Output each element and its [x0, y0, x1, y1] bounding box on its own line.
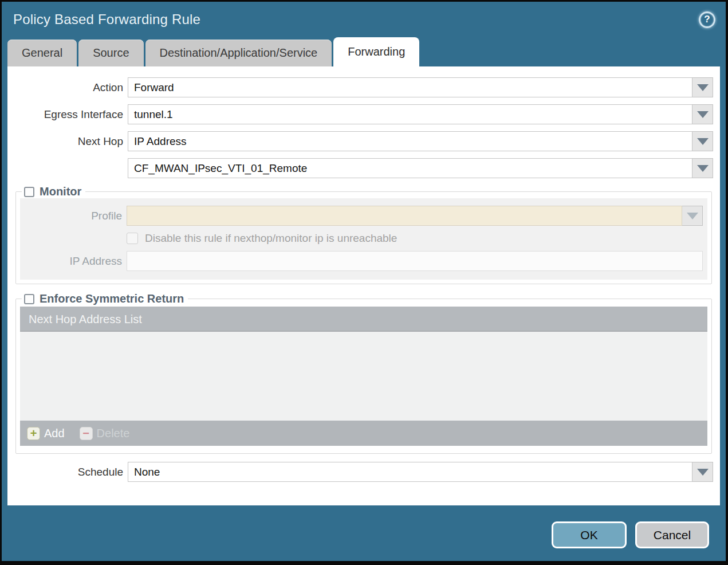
symmetric-return-group: Enforce Symmetric Return Next Hop Addres… — [15, 292, 712, 454]
table-header: Next Hop Address List — [20, 307, 707, 332]
page-title: Policy Based Forwarding Rule — [13, 11, 200, 28]
monitor-ip-address-label: IP Address — [20, 255, 122, 268]
symmetric-return-checkbox[interactable] — [24, 294, 34, 304]
tab-strip: General Source Destination/Application/S… — [2, 37, 726, 66]
schedule-field — [128, 462, 713, 482]
tab-source-label: Source — [93, 46, 129, 60]
chevron-down-icon — [697, 138, 709, 145]
next-hop-type-input[interactable] — [128, 131, 692, 151]
next-hop-address-input[interactable] — [128, 158, 692, 178]
monitor-ip-address-row: IP Address — [20, 251, 707, 271]
tab-general[interactable]: General — [7, 40, 77, 66]
egress-interface-dropdown-button[interactable] — [692, 104, 713, 124]
schedule-label: Schedule — [14, 466, 123, 478]
next-hop-dropdown-button[interactable] — [692, 131, 713, 151]
schedule-input[interactable] — [128, 462, 692, 482]
symmetric-return-legend: Enforce Symmetric Return — [22, 292, 188, 305]
next-hop-address-field — [128, 158, 713, 178]
next-hop-row: Next Hop — [14, 131, 713, 151]
delete-button-label: Delete — [97, 427, 130, 440]
cancel-button[interactable]: Cancel — [635, 521, 709, 548]
monitor-ip-address-input — [127, 251, 703, 271]
profile-field — [127, 206, 703, 226]
next-hop-address-list-table: Next Hop Address List + Add − Delete — [20, 307, 707, 446]
chevron-down-icon — [697, 165, 709, 172]
next-hop-label: Next Hop — [14, 135, 123, 148]
disable-rule-checkbox — [127, 233, 138, 244]
schedule-dropdown-button[interactable] — [692, 462, 713, 482]
schedule-row: Schedule — [14, 462, 713, 482]
add-button[interactable]: + Add — [27, 427, 65, 440]
table-footer: + Add − Delete — [20, 421, 707, 446]
table-body-empty[interactable] — [20, 332, 707, 421]
monitor-panel: Profile Disable this rule if nexthop/mon… — [20, 198, 707, 280]
tab-forwarding-label: Forwarding — [348, 45, 405, 58]
tab-forwarding[interactable]: Forwarding — [333, 37, 419, 66]
ok-button[interactable]: OK — [552, 521, 627, 548]
profile-row: Profile — [20, 206, 707, 226]
plus-icon: + — [27, 427, 40, 440]
monitor-checkbox[interactable] — [24, 187, 34, 197]
action-dropdown-button[interactable] — [692, 77, 713, 97]
monitor-legend: Monitor — [22, 185, 85, 198]
minus-icon: − — [80, 427, 93, 440]
egress-interface-label: Egress Interface — [14, 108, 123, 121]
monitor-ip-address-field — [127, 251, 703, 271]
delete-button: − Delete — [80, 427, 130, 440]
disable-rule-label: Disable this rule if nexthop/monitor ip … — [145, 232, 397, 245]
tab-das-label: Destination/Application/Service — [160, 46, 318, 60]
egress-interface-field — [128, 104, 713, 124]
action-label: Action — [14, 81, 123, 94]
egress-interface-row: Egress Interface — [14, 104, 713, 124]
next-hop-field — [128, 131, 713, 151]
tab-destination-application-service[interactable]: Destination/Application/Service — [145, 40, 332, 66]
next-hop-address-dropdown-button[interactable] — [692, 158, 713, 178]
chevron-down-icon — [697, 469, 709, 476]
chevron-down-icon — [687, 213, 698, 219]
add-button-label: Add — [44, 427, 65, 440]
action-field — [128, 77, 713, 97]
chevron-down-icon — [697, 111, 709, 118]
action-row: Action — [14, 77, 713, 97]
action-input[interactable] — [128, 77, 692, 97]
help-icon[interactable]: ? — [699, 11, 715, 28]
profile-label: Profile — [20, 210, 122, 222]
dialog-action-buttons: OK Cancel — [552, 521, 709, 548]
profile-dropdown-button — [682, 206, 703, 226]
chevron-down-icon — [697, 84, 709, 91]
tab-general-label: General — [22, 46, 62, 60]
disable-rule-row: Disable this rule if nexthop/monitor ip … — [127, 232, 707, 245]
next-hop-address-row — [14, 158, 713, 178]
monitor-group-title: Monitor — [40, 185, 81, 198]
dialog-frame: Policy Based Forwarding Rule ? General S… — [2, 2, 726, 561]
table-header-label: Next Hop Address List — [29, 313, 142, 326]
profile-input — [127, 206, 682, 226]
symmetric-return-group-title: Enforce Symmetric Return — [40, 292, 184, 305]
tab-content-forwarding: Action Egress Interface Ne — [7, 66, 720, 505]
pbf-rule-dialog: Policy Based Forwarding Rule ? General S… — [0, 0, 728, 565]
tab-source[interactable]: Source — [78, 40, 143, 66]
monitor-group: Monitor Profile Disable — [15, 185, 712, 284]
title-bar: Policy Based Forwarding Rule ? — [2, 2, 726, 37]
egress-interface-input[interactable] — [128, 104, 692, 124]
